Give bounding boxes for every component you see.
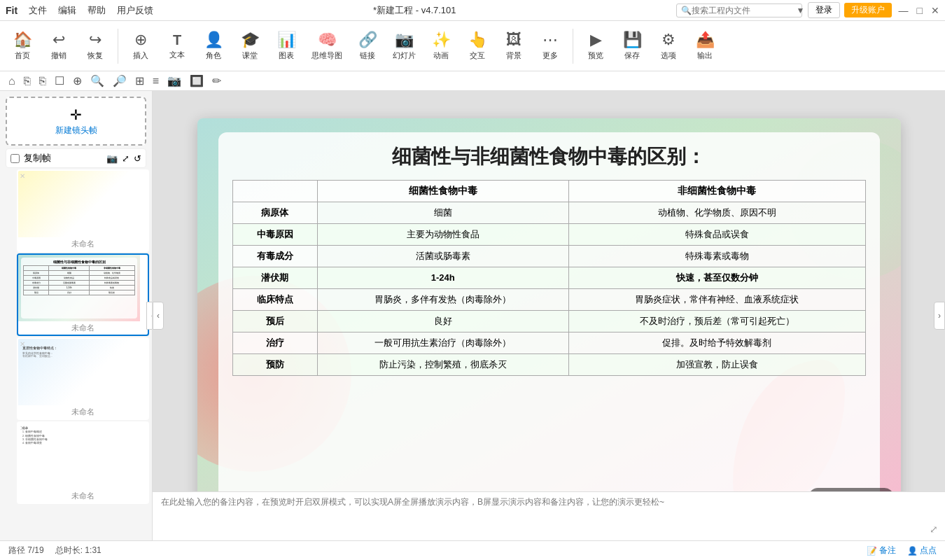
expand-icon[interactable]: ⤢: [122, 153, 130, 164]
toolbar-undo[interactable]: ↩ 撤销: [42, 28, 76, 64]
close-button[interactable]: ✕: [931, 5, 939, 16]
toolbar-home[interactable]: 🏠 首页: [6, 28, 39, 64]
sec-add-btn[interactable]: ⊕: [70, 73, 85, 89]
toolbar-save[interactable]: 💾 保存: [615, 28, 649, 64]
slide-06[interactable]: ✕ 未命名: [17, 169, 149, 252]
toolbar-animation[interactable]: ✨ 动画: [424, 28, 458, 64]
copy-checkbox[interactable]: [10, 154, 20, 163]
sec-grid-btn[interactable]: ⊞: [132, 73, 147, 89]
more-label: 更多: [542, 50, 558, 61]
row-label-incubation: 潜伏期: [232, 267, 317, 288]
menu-help[interactable]: 帮助: [88, 4, 106, 17]
chart-icon: 📊: [277, 31, 296, 49]
slide-title: 细菌性与非细菌性食物中毒的区别：: [232, 144, 866, 170]
toolbar-insert[interactable]: ⊕ 插入: [124, 28, 158, 64]
points-link[interactable]: 👤 点点: [907, 545, 937, 556]
toolbar-redo[interactable]: ↪ 恢复: [78, 28, 112, 64]
sec-copy1-btn[interactable]: ⎘: [21, 74, 34, 89]
row-bacterial-incubation: 1-24h: [317, 267, 568, 288]
secondary-toolbar: ⌂ ⎘ ⎘ ☐ ⊕ 🔍 🔎 ⊞ ≡ 📷 🔲 ✏: [0, 71, 945, 91]
toolbar-chart[interactable]: 📊 图表: [270, 28, 303, 64]
search-input[interactable]: [692, 6, 797, 15]
row-bacterial-prevention: 防止污染，控制繁殖，彻底杀灭: [317, 354, 568, 375]
table-header-bacterial: 细菌性食物中毒: [317, 180, 568, 202]
new-frame-button[interactable]: ✛ 新建镜头帧: [6, 97, 146, 146]
slide-thumb-07: 细菌性与非细菌性食物中毒的区别 细菌性食物中毒非细菌性食物中毒 病原体细菌动植物…: [18, 255, 140, 321]
preview-icon: ▶: [590, 31, 602, 49]
save-icon: 💾: [623, 31, 642, 49]
table-row: 中毒原因 主要为动物性食品 特殊食品或误食: [232, 223, 865, 245]
toolbar-text[interactable]: T 文本: [160, 29, 194, 63]
toolbar-link[interactable]: 🔗 链接: [351, 28, 384, 64]
maximize-button[interactable]: □: [917, 5, 923, 16]
app-logo: Fit: [6, 5, 18, 16]
search-dropdown-icon[interactable]: ▼: [797, 6, 805, 15]
slide-wrapper-08: 08 ✕ 直层性食物中毒特点： 常见的化学性食物中毒： 有机磷中毒、亚硝酸盐..…: [3, 337, 149, 420]
toolbar-background[interactable]: 🖼 背景: [497, 28, 531, 64]
interact-icon: 👆: [468, 31, 487, 49]
toolbar-interact[interactable]: 👆 交互: [461, 28, 494, 64]
text-label: 文本: [169, 50, 185, 60]
row-nonbacterial-incubation: 快速，甚至仅数分钟: [568, 267, 865, 288]
undo-icon: ↩: [52, 31, 65, 49]
sec-copy2-btn[interactable]: ⎘: [36, 74, 49, 89]
row-nonbacterial-toxin: 特殊毒素或毒物: [568, 245, 865, 267]
panel-toggle-button[interactable]: ‹: [153, 302, 164, 330]
panel-collapse-button[interactable]: ‹: [146, 302, 153, 330]
toolbar-character[interactable]: 👤 角色: [197, 28, 230, 64]
slide-08[interactable]: ✕ 直层性食物中毒特点： 常见的化学性食物中毒： 有机磷中毒、亚硝酸盐... 未…: [17, 337, 149, 420]
login-button[interactable]: 登录: [808, 2, 840, 18]
sec-home-btn[interactable]: ⌂: [6, 74, 18, 89]
upgrade-button[interactable]: 升级账户: [844, 3, 892, 18]
toolbar-export[interactable]: 📤 输出: [688, 28, 722, 64]
row-nonbacterial-treatment: 促排。及时给予特效解毒剂: [568, 332, 865, 354]
sec-zoomout-btn[interactable]: 🔎: [110, 73, 130, 89]
sec-rect-btn[interactable]: 🔲: [187, 73, 206, 89]
animation-icon: ✨: [432, 31, 451, 49]
camera-icon[interactable]: 📷: [106, 153, 118, 164]
sec-align-btn[interactable]: ≡: [150, 74, 162, 89]
row-bacterial-cause: 主要为动物性食品: [317, 223, 568, 245]
character-label: 角色: [206, 50, 221, 61]
copy-frame-label: 复制帧: [24, 152, 51, 164]
insert-label: 插入: [133, 50, 148, 61]
notes-link[interactable]: 📝 备注: [867, 545, 896, 556]
row-nonbacterial-prognosis: 不及时治疗，预后差（常可引起死亡）: [568, 310, 865, 332]
toolbar-slide[interactable]: 📷 幻灯片: [387, 28, 421, 64]
export-icon: 📤: [696, 31, 715, 49]
sec-zoomin-btn[interactable]: 🔍: [88, 73, 107, 89]
toolbar-preview[interactable]: ▶ 预览: [579, 28, 612, 64]
toolbar-mindmap[interactable]: 🧠 思维导图: [306, 28, 348, 64]
menu-edit[interactable]: 编辑: [58, 4, 76, 17]
notes-input[interactable]: [161, 496, 937, 537]
slide-panel: ✛ 新建镜头帧 复制帧 📷 ⤢ ↺ ✕ 未命名 07: [0, 91, 153, 540]
points-link-label: 点点: [920, 545, 937, 556]
menu-feedback[interactable]: 用户反馈: [117, 4, 153, 17]
options-label: 选项: [661, 50, 676, 61]
search-bar[interactable]: 🔍 ▼: [676, 4, 802, 18]
window-title: *新建工程 - v4.7.101: [153, 4, 676, 17]
path-label: 路径 7/19: [8, 545, 44, 556]
reset-icon[interactable]: ↺: [134, 153, 141, 164]
table-row: 治疗 一般可用抗生素治疗（肉毒除外） 促排。及时给予特效解毒剂: [232, 332, 865, 354]
toolbar-more[interactable]: ⋯ 更多: [533, 28, 567, 64]
toolbar-options[interactable]: ⚙ 选项: [652, 28, 685, 64]
sec-edit-btn[interactable]: ✏: [209, 73, 224, 89]
canvas-area: ‹ 细菌性与非细菌性食物中毒的区别： 细菌性食物中毒 非细菌性食物中毒: [153, 91, 945, 540]
total-duration-label: 总时长: 1:31: [55, 545, 102, 556]
slide-07[interactable]: 细菌性与非细菌性食物中毒的区别 细菌性食物中毒非细菌性食物中毒 病原体细菌动植物…: [17, 253, 149, 336]
character-icon: 👤: [204, 31, 223, 49]
row-bacterial-toxin: 活菌或肠毒素: [317, 245, 568, 267]
slide-09[interactable]: ✕ 目录 1. 食物中毒概述 2. 细菌性食物中毒 3. 非细菌性食物中毒 4.…: [17, 421, 149, 504]
right-panel-toggle[interactable]: ›: [934, 302, 945, 330]
redo-label: 恢复: [88, 50, 103, 61]
notes-expand-button[interactable]: ⤢: [930, 524, 938, 535]
minimize-button[interactable]: —: [899, 5, 909, 16]
slide-wrapper-06: ✕ 未命名: [3, 169, 149, 252]
sec-frame-btn[interactable]: ☐: [52, 73, 67, 89]
sec-screenshot-btn[interactable]: 📷: [164, 73, 184, 89]
toolbar-classroom[interactable]: 🎓 课堂: [233, 28, 267, 64]
home-icon: 🏠: [13, 31, 32, 49]
menu-file[interactable]: 文件: [29, 4, 47, 17]
thumb-07-table: 细菌性食物中毒非细菌性食物中毒 病原体细菌动植物、化学物质 中毒原因动物性食品特…: [23, 265, 135, 295]
